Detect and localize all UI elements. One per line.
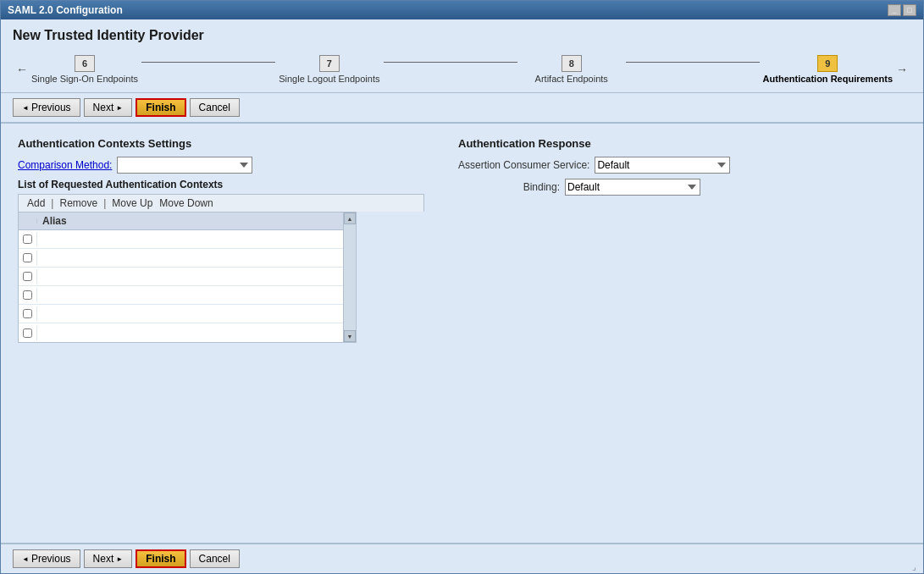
- wizard-step-9: 9 Authentication Requirements: [763, 55, 893, 84]
- step-connector-1: [141, 62, 275, 63]
- row-alias-1: [37, 238, 343, 241]
- list-remove-button[interactable]: Remove: [56, 197, 101, 209]
- page-title: New Trusted Identity Provider: [1, 19, 923, 48]
- wizard-step-7: 7 Single Logout Endpoints: [279, 55, 380, 84]
- step-connector-3: [626, 62, 760, 63]
- content-area: Authentication Contexts Settings Compari…: [1, 124, 923, 543]
- row-alias-2: [37, 257, 343, 260]
- right-panel: Authentication Response Assertion Consum…: [458, 137, 906, 529]
- list-move-up-button[interactable]: Move Up: [108, 197, 156, 209]
- title-bar: SAML 2.0 Configuration _ □: [1, 1, 923, 19]
- step-connector-2: [384, 62, 517, 63]
- binding-label: Binding:: [458, 181, 560, 193]
- step-label-9: Authentication Requirements: [763, 74, 893, 84]
- list-header-alias: Alias: [37, 212, 343, 229]
- auth-contexts-title: Authentication Contexts Settings: [18, 137, 424, 150]
- step-label-8: Artifact Endpoints: [535, 74, 608, 84]
- auth-response-title: Authentication Response: [458, 137, 906, 150]
- assertion-consumer-select[interactable]: Default Custom: [595, 157, 730, 174]
- resize-handle[interactable]: ⌟: [912, 562, 922, 572]
- scroll-up-button[interactable]: ▲: [344, 212, 356, 224]
- step-number-7: 7: [319, 55, 340, 72]
- bottom-next-button[interactable]: Next: [84, 549, 133, 568]
- bottom-toolbar: Previous Next Finish Cancel: [1, 543, 923, 573]
- step-label-6: Single Sign-On Endpoints: [31, 74, 138, 84]
- left-panel: Authentication Contexts Settings Compari…: [18, 137, 424, 529]
- scroll-down-button[interactable]: ▼: [344, 330, 356, 342]
- maximize-button[interactable]: □: [903, 4, 916, 16]
- comparison-method-select[interactable]: exact minimum maximum better: [117, 157, 252, 174]
- row-checkbox-6[interactable]: [19, 326, 37, 340]
- wizard-steps: ← 6 Single Sign-On Endpoints 7 Single Lo…: [1, 48, 923, 93]
- list-add-button[interactable]: Add: [24, 197, 48, 209]
- table-row: [19, 286, 343, 305]
- list-scrollbar[interactable]: ▲ ▼: [343, 212, 357, 343]
- top-cancel-button[interactable]: Cancel: [190, 98, 240, 117]
- list-separator-2: |: [103, 197, 106, 209]
- step-number-9: 9: [817, 55, 838, 72]
- bottom-cancel-button[interactable]: Cancel: [190, 549, 240, 568]
- row-checkbox-5[interactable]: [19, 306, 37, 321]
- window-controls: _ □: [888, 4, 916, 16]
- comparison-method-row: Comparison Method: exact minimum maximum…: [18, 157, 424, 174]
- list-table-header: Alias: [19, 212, 343, 230]
- table-row: [19, 230, 343, 249]
- bottom-finish-button[interactable]: Finish: [136, 549, 185, 568]
- row-checkbox-1[interactable]: [19, 232, 37, 246]
- table-row: [19, 249, 343, 268]
- scroll-track: [344, 224, 356, 330]
- bottom-previous-button[interactable]: Previous: [13, 549, 80, 568]
- wizard-step-6: 6 Single Sign-On Endpoints: [31, 55, 138, 84]
- row-checkbox-3[interactable]: [19, 269, 37, 284]
- list-toolbar: Add | Remove | Move Up Move Down: [18, 194, 424, 212]
- top-next-button[interactable]: Next: [84, 98, 133, 117]
- window-title: SAML 2.0 Configuration: [8, 4, 123, 16]
- list-move-down-button[interactable]: Move Down: [156, 197, 216, 209]
- main-content: New Trusted Identity Provider ← 6 Single…: [1, 19, 923, 573]
- list-table-container: Alias: [18, 212, 357, 343]
- row-alias-4: [37, 294, 343, 297]
- table-row: [19, 305, 343, 323]
- list-separator-1: |: [51, 197, 53, 209]
- step-left-arrow: ←: [16, 63, 28, 76]
- binding-row: Binding: Default POST Redirect: [458, 179, 906, 196]
- list-header-checkbox-col: [19, 218, 37, 224]
- list-body: [19, 230, 343, 342]
- top-toolbar: Previous Next Finish Cancel: [1, 93, 923, 124]
- table-row: [19, 268, 343, 286]
- step-right-arrow: →: [896, 63, 908, 76]
- row-checkbox-4[interactable]: [19, 288, 37, 302]
- list-section-title: List of Requested Authentication Context…: [18, 179, 424, 190]
- minimize-button[interactable]: _: [888, 4, 901, 16]
- list-table-main: Alias: [18, 212, 343, 343]
- comparison-method-label: Comparison Method:: [18, 159, 112, 171]
- top-finish-button[interactable]: Finish: [136, 98, 185, 117]
- step-number-6: 6: [75, 55, 95, 72]
- top-previous-button[interactable]: Previous: [13, 98, 80, 117]
- row-alias-5: [37, 312, 343, 316]
- row-checkbox-2[interactable]: [19, 251, 37, 265]
- assertion-consumer-label: Assertion Consumer Service:: [458, 159, 589, 171]
- row-alias-3: [37, 275, 343, 279]
- row-alias-6: [37, 331, 343, 334]
- wizard-step-8: 8 Artifact Endpoints: [521, 55, 622, 84]
- assertion-consumer-row: Assertion Consumer Service: Default Cust…: [458, 157, 906, 174]
- table-row: [19, 323, 343, 342]
- binding-select[interactable]: Default POST Redirect: [565, 179, 700, 196]
- step-number-8: 8: [562, 55, 582, 72]
- step-label-7: Single Logout Endpoints: [279, 74, 379, 84]
